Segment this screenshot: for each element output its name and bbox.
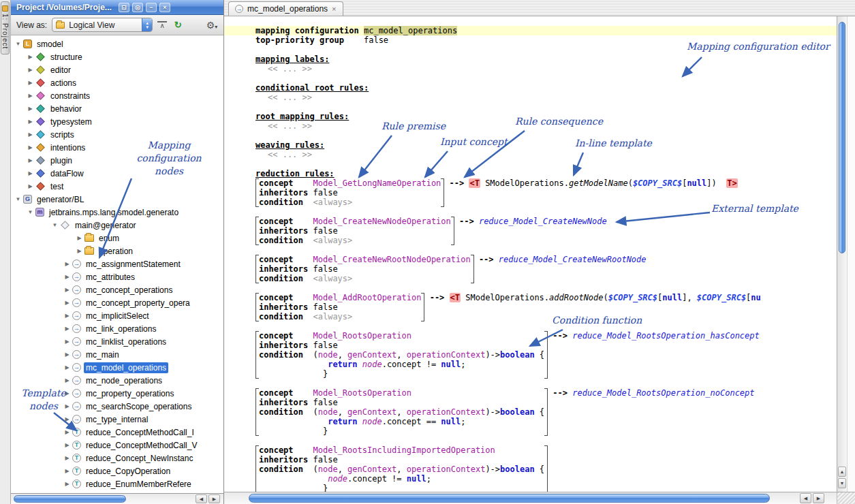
vscroll-thumb[interactable] [839, 22, 845, 253]
tree-item-mc_assignmentStatement[interactable]: ▶→mc_assignmentStatement [11, 257, 223, 270]
editor-vscrollbar[interactable]: ▲ ▼ [837, 16, 847, 492]
tree-item-jetbrains.mps.lang.smodel.generato[interactable]: ▼mjetbrains.mps.lang.smodel.generato [11, 206, 223, 219]
tree-item-mc_node_operations[interactable]: ▶→mc_node_operations [11, 374, 223, 387]
tree-item-reduce_CopyOperation[interactable]: ▶Treduce_CopyOperation [11, 464, 223, 477]
tree-item-plugin[interactable]: ▶plugin [11, 154, 223, 167]
project-titlebar[interactable]: Project /Volumes/Proje... ⊡◎−× [11, 0, 223, 15]
chevron-right-icon[interactable]: ▶ [63, 481, 72, 487]
autoscroll-icon[interactable]: ↻ [172, 20, 184, 30]
tree-item-main@generator[interactable]: ▼main@generator [11, 219, 223, 232]
code-line: concept Model_RootsOperation [259, 388, 544, 398]
chevron-right-icon[interactable]: ▶ [63, 364, 72, 371]
tree-item-mc_model_operations[interactable]: ▶→mc_model_operations [11, 361, 223, 374]
chevron-right-icon[interactable]: ▶ [63, 442, 72, 448]
chevron-right-icon[interactable]: ▶ [63, 300, 72, 306]
chevron-down-icon[interactable]: ▼ [26, 209, 35, 215]
tree-item-smodel[interactable]: ▼Lsmodel [11, 37, 223, 50]
chevron-right-icon[interactable]: ▶ [63, 338, 72, 345]
tree-item-mc_concept_property_opera[interactable]: ▶→mc_concept_property_opera [11, 296, 223, 309]
tree-item-dataFlow[interactable]: ▶dataFlow [11, 167, 223, 180]
hscroll-thumb[interactable] [14, 495, 126, 503]
tree-item-generator/BL[interactable]: ▼Ggenerator/BL [11, 193, 223, 206]
chevron-right-icon[interactable]: ▶ [26, 80, 35, 86]
chevron-right-icon[interactable]: ▶ [26, 93, 35, 99]
tree-item-structure[interactable]: ▶structure [11, 50, 223, 63]
chevron-right-icon[interactable]: ▶ [26, 170, 35, 176]
tree-item-scripts[interactable]: ▶scripts [11, 128, 223, 141]
scroll-right-icon[interactable]: ▶ [813, 493, 824, 503]
scroll-right-icon[interactable]: ▶ [208, 494, 220, 503]
chevron-right-icon[interactable]: ▶ [26, 183, 35, 189]
chevron-right-icon[interactable]: ▶ [26, 131, 35, 138]
mapping-icon: → [72, 272, 81, 281]
tree-item-typesystem[interactable]: ▶typesystem [11, 115, 223, 128]
tree-item-mc_searchScope_operations[interactable]: ▶→mc_searchScope_operations [11, 400, 223, 413]
chevron-right-icon[interactable]: ▶ [63, 287, 72, 293]
hscroll-thumb[interactable] [249, 494, 770, 503]
tree-item-mc_type_internal[interactable]: ▶→mc_type_internal [11, 413, 223, 426]
tree-item-mc_main[interactable]: ▶→mc_main [11, 348, 223, 361]
settings-gear-icon[interactable]: ⚙▾ [206, 20, 218, 31]
tree-item-mc_attributes[interactable]: ▶→mc_attributes [11, 270, 223, 283]
tree-item-test[interactable]: ▶test [11, 180, 223, 193]
scroll-left-icon[interactable]: ◀ [196, 494, 207, 503]
chevron-right-icon[interactable]: ▶ [26, 106, 35, 112]
editor-hscrollbar[interactable]: ◀ ▶ [224, 492, 855, 504]
tree-item-behavior[interactable]: ▶behavior [11, 102, 223, 115]
chevron-right-icon[interactable]: ▶ [26, 119, 35, 125]
chevron-right-icon[interactable]: ▶ [63, 326, 72, 332]
dock-icon[interactable]: ◎ [132, 3, 143, 12]
chevron-right-icon[interactable]: ▶ [26, 144, 35, 151]
chevron-right-icon[interactable]: ▶ [26, 54, 35, 60]
tree-item-mc_link_operations[interactable]: ▶→mc_link_operations [11, 322, 223, 335]
chevron-right-icon[interactable]: ▶ [63, 313, 72, 319]
chevron-right-icon[interactable]: ▶ [63, 455, 72, 461]
chevron-right-icon[interactable]: ▶ [63, 261, 72, 267]
chevron-right-icon[interactable]: ▶ [63, 390, 72, 396]
tree-item-mc_property_operations[interactable]: ▶→mc_property_operations [11, 387, 223, 400]
tree-item-mc_implicitSelect[interactable]: ▶→mc_implicitSelect [11, 309, 223, 322]
close-icon[interactable]: × [159, 3, 170, 12]
tree-item-reduce_EnumMemberRefere[interactable]: ▶Treduce_EnumMemberRefere [11, 477, 223, 490]
view-mode-dropdown[interactable]: Logical View ▲ ▼ [52, 18, 153, 32]
tree-item-mc_linklist_operations[interactable]: ▶→mc_linklist_operations [11, 335, 223, 348]
tree-item-reduce_Concept_NewInstanc[interactable]: ▶Treduce_Concept_NewInstanc [11, 452, 223, 464]
chevron-right-icon[interactable]: ▶ [63, 429, 72, 435]
chevron-right-icon[interactable]: ▶ [75, 248, 84, 254]
tree-item-reduce_ConceptMethodCall_V[interactable]: ▶Treduce_ConceptMethodCall_V [11, 439, 223, 452]
tree-item-operation[interactable]: ▶operation [11, 245, 223, 257]
chevron-right-icon[interactable]: ▶ [75, 235, 84, 241]
resize-grip[interactable] [837, 492, 855, 504]
scroll-down-icon[interactable]: ▼ [838, 478, 846, 488]
dropdown-stepper[interactable]: ▲ ▼ [142, 18, 152, 31]
collapse-all-icon[interactable]: ∧ [157, 21, 167, 29]
chevron-down-icon[interactable]: ▼ [14, 196, 22, 202]
tree-item-editor[interactable]: ▶editor [11, 63, 223, 76]
chevron-down-icon[interactable]: ▼ [14, 41, 22, 47]
tree-item-intentions[interactable]: ▶intentions [11, 141, 223, 154]
chevron-right-icon[interactable]: ▶ [26, 67, 35, 73]
chevron-down-icon[interactable]: ▼ [50, 222, 59, 228]
tree-item-enum[interactable]: ▶enum [11, 232, 223, 245]
editor-code[interactable]: mapping configuration mc_model_operation… [224, 16, 837, 492]
tab-close-icon[interactable]: × [332, 5, 336, 13]
chevron-right-icon[interactable]: ▶ [63, 416, 72, 422]
chevron-right-icon[interactable]: ▶ [63, 351, 72, 358]
chevron-right-icon[interactable]: ▶ [63, 377, 72, 383]
minimize-icon[interactable]: − [146, 3, 157, 12]
tab-mc_model_operations[interactable]: → mc_model_operations × [228, 1, 343, 16]
icon-glyph: → [74, 300, 80, 306]
tree-item-actions[interactable]: ▶actions [11, 76, 223, 89]
scroll-up-icon[interactable]: ▲ [838, 467, 846, 477]
tree-item-reduce_ConceptMethodCall_I[interactable]: ▶Treduce_ConceptMethodCall_I [11, 426, 223, 439]
project-hscrollbar[interactable]: ◀ ▶ [11, 493, 223, 504]
scroll-left-icon[interactable]: ◀ [800, 493, 811, 503]
chevron-right-icon[interactable]: ▶ [26, 157, 35, 163]
tree-item-constraints[interactable]: ▶constraints [11, 89, 223, 102]
chevron-right-icon[interactable]: ▶ [63, 403, 72, 409]
tool-window-tab-project[interactable]: 1: Project [1, 1, 10, 54]
chevron-right-icon[interactable]: ▶ [63, 274, 72, 280]
tree-item-mc_concept_operations[interactable]: ▶→mc_concept_operations [11, 283, 223, 296]
chevron-right-icon[interactable]: ▶ [63, 468, 72, 474]
float-icon[interactable]: ⊡ [119, 3, 129, 12]
